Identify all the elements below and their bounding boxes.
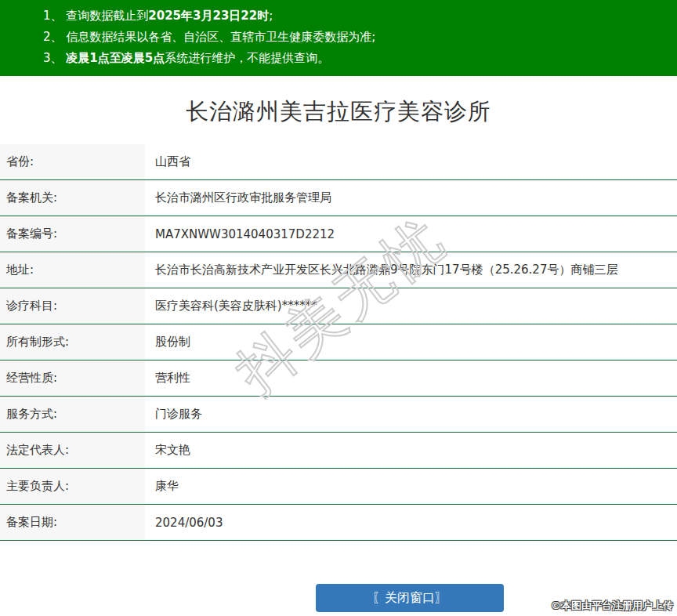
field-value: 宋文艳	[145, 433, 677, 468]
registration-detail-page: 1、 查询数据截止到2025年3月23日22时; 2、 信息数据结果以各省、自治…	[0, 0, 677, 616]
field-value: 营利性	[145, 361, 677, 396]
field-label: 省份:	[0, 144, 145, 179]
record-row-main-person-in-charge: 主要负责人: 康华	[0, 469, 677, 505]
photo-credit-watermark: ©本图由平台注册用户上传	[551, 599, 673, 613]
notice-banner: 1、 查询数据截止到2025年3月23日22时; 2、 信息数据结果以各省、自治…	[0, 0, 677, 76]
record-row-record-number: 备案编号: MA7XNWW3014040317D2212	[0, 216, 677, 252]
field-value: 医疗美容科(美容皮肤科)******	[145, 288, 677, 324]
record-row-record-date: 备案日期: 2024/06/03	[0, 505, 677, 541]
field-value: 山西省	[145, 144, 677, 179]
notice-line-3: 3、 凌晨1点至凌晨5点系统进行维护，不能提供查询。	[43, 48, 661, 69]
notice-1-text: 1、 查询数据截止到	[43, 9, 148, 23]
record-row-province: 省份: 山西省	[0, 144, 677, 180]
record-row-treatment-subjects: 诊疗科目: 医疗美容科(美容皮肤科)******	[0, 288, 677, 324]
field-value: 康华	[145, 469, 677, 504]
field-label: 地址:	[0, 252, 145, 288]
notice-line-1: 1、 查询数据截止到2025年3月23日22时;	[43, 5, 661, 27]
record-row-service-mode: 服务方式: 门诊服务	[0, 397, 677, 433]
record-row-authority: 备案机关: 长治市潞州区行政审批服务管理局	[0, 180, 677, 216]
field-label: 主要负责人:	[0, 469, 145, 504]
record-row-business-nature: 经营性质: 营利性	[0, 361, 677, 397]
field-label: 备案编号:	[0, 216, 145, 252]
notice-line-2: 2、 信息数据结果以各省、自治区、直辖市卫生健康委数据为准;	[43, 27, 661, 48]
notice-3-bold: 凌晨1点至凌晨5点	[66, 51, 165, 65]
field-value: 门诊服务	[145, 397, 677, 432]
notice-1-suffix: ;	[269, 9, 273, 23]
record-table: 省份: 山西省 备案机关: 长治市潞州区行政审批服务管理局 备案编号: MA7X…	[0, 144, 677, 541]
record-row-ownership: 所有制形式: 股份制	[0, 324, 677, 361]
field-value: 长治市长治高新技术产业开发区长兴北路潞鼎9号院东门17号楼（25.26.27号）…	[145, 252, 677, 288]
field-label: 备案机关:	[0, 180, 145, 216]
field-value: 长治市潞州区行政审批服务管理局	[145, 180, 677, 216]
page-title: 长治潞州美吉拉医疗美容诊所	[0, 96, 677, 128]
field-label: 服务方式:	[0, 397, 145, 432]
field-label: 诊疗科目:	[0, 288, 145, 324]
field-value: 股份制	[145, 324, 677, 360]
notice-3-suffix: 系统进行维护，不能提供查询。	[165, 51, 329, 65]
record-row-address: 地址: 长治市长治高新技术产业开发区长兴北路潞鼎9号院东门17号楼（25.26.…	[0, 252, 677, 288]
field-label: 经营性质:	[0, 361, 145, 396]
notice-1-bold: 2025年3月23日22时	[148, 9, 269, 23]
notice-2-text: 2、 信息数据结果以各省、自治区、直辖市卫生健康委数据为准;	[43, 30, 375, 44]
field-label: 法定代表人:	[0, 433, 145, 468]
record-row-legal-representative: 法定代表人: 宋文艳	[0, 433, 677, 469]
field-label: 备案日期:	[0, 505, 145, 540]
notice-3-text: 3、	[43, 51, 66, 65]
field-value: 2024/06/03	[145, 505, 677, 540]
field-label: 所有制形式:	[0, 324, 145, 360]
field-value: MA7XNWW3014040317D2212	[145, 216, 677, 252]
close-window-button[interactable]: 〖关闭窗口〗	[316, 584, 504, 612]
